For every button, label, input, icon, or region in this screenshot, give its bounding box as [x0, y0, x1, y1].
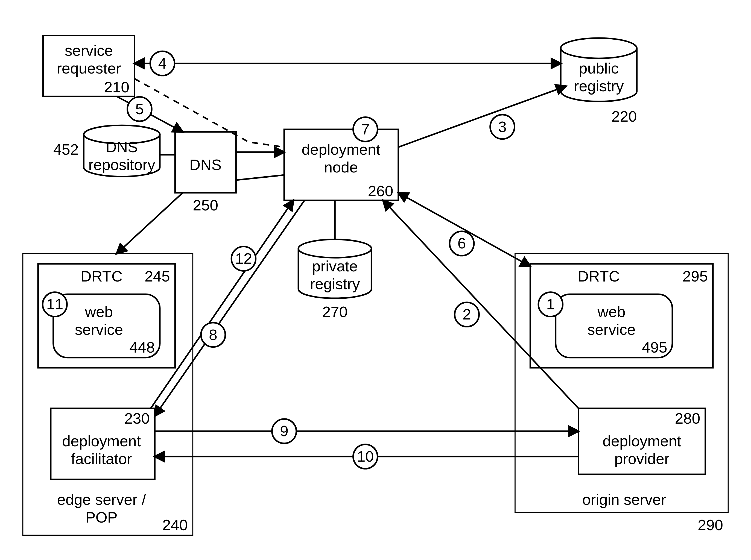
- ref-num: 240: [162, 517, 188, 534]
- svg-text:9: 9: [280, 422, 289, 439]
- step-11: 11: [43, 292, 67, 317]
- svg-text:7: 7: [361, 121, 370, 138]
- label: node: [324, 159, 358, 176]
- label: DRTC: [578, 268, 620, 285]
- label: public: [579, 60, 618, 77]
- step-10: 10: [353, 444, 378, 469]
- ref-num: 220: [611, 108, 637, 125]
- ref-num: 210: [104, 79, 129, 96]
- step-1: 1: [538, 292, 562, 317]
- label: deployment: [301, 141, 380, 158]
- label: DRTC: [80, 268, 122, 285]
- label: origin server: [582, 491, 666, 508]
- svg-point-1: [561, 38, 637, 58]
- step-2: 2: [455, 302, 479, 326]
- label: web: [597, 303, 626, 320]
- step-6: 6: [450, 231, 474, 256]
- ref-num: 452: [53, 141, 79, 158]
- step-12: 12: [231, 246, 256, 271]
- label: web: [85, 303, 113, 320]
- svg-text:6: 6: [458, 235, 466, 252]
- ref-num: 448: [129, 339, 155, 356]
- svg-text:10: 10: [357, 448, 374, 465]
- ref-num: 495: [642, 339, 667, 356]
- svg-text:4: 4: [158, 55, 166, 72]
- label: provider: [614, 451, 669, 467]
- label: private: [312, 258, 358, 275]
- ref-num: 230: [124, 410, 150, 427]
- node-dns-repository: DNS repository 452: [53, 125, 160, 176]
- ref-num: 245: [145, 268, 170, 285]
- node-deployment-provider: deployment provider 280: [578, 408, 705, 474]
- node-deployment-facilitator: deployment facilitator 230: [51, 408, 155, 479]
- node-private-registry: private registry 270: [298, 239, 371, 320]
- label: registry: [310, 276, 360, 293]
- step-8: 8: [201, 322, 225, 347]
- label: repository: [88, 156, 155, 173]
- svg-text:3: 3: [498, 118, 507, 135]
- edge-3: [398, 86, 566, 147]
- label: deployment: [602, 433, 681, 449]
- svg-text:5: 5: [135, 101, 144, 118]
- node-service-requester: service requester 210: [43, 36, 135, 97]
- svg-text:2: 2: [462, 306, 471, 323]
- label: service: [75, 321, 123, 338]
- node-deployment-node: deployment node 260: [284, 129, 398, 200]
- node-web-service-right: web service 495: [555, 294, 672, 358]
- svg-text:12: 12: [235, 250, 252, 267]
- ref-num: 260: [368, 183, 393, 200]
- label: DNS: [106, 139, 138, 156]
- edge-depnode-dns: [236, 175, 284, 180]
- label: deployment: [62, 433, 141, 449]
- step-5: 5: [127, 97, 152, 121]
- label: POP: [85, 509, 118, 526]
- step-9: 9: [272, 419, 296, 443]
- ref-num: 250: [193, 197, 218, 214]
- node-public-registry: public registry 220: [561, 38, 637, 125]
- label: service: [587, 321, 635, 338]
- label: facilitator: [71, 451, 132, 467]
- svg-text:8: 8: [209, 326, 217, 343]
- label: edge server /: [57, 491, 146, 508]
- architecture-diagram: service requester 210 public registry 22…: [0, 0, 751, 558]
- step-4: 4: [150, 51, 174, 76]
- step-3: 3: [490, 115, 515, 139]
- edge-dns-edge: [117, 193, 183, 254]
- label: registry: [574, 78, 624, 95]
- ref-num: 270: [322, 303, 348, 320]
- node-dns: DNS 250: [175, 132, 236, 214]
- ref-num: 280: [675, 410, 700, 427]
- label: requester: [57, 60, 121, 77]
- label: service: [65, 42, 113, 59]
- node-web-service-left: web service 448: [53, 294, 160, 358]
- step-7: 7: [353, 117, 378, 142]
- svg-point-5: [298, 239, 371, 258]
- ref-num: 290: [698, 517, 723, 534]
- svg-text:1: 1: [546, 296, 555, 313]
- ref-num: 295: [683, 268, 708, 285]
- svg-text:11: 11: [46, 296, 63, 313]
- label: DNS: [190, 156, 222, 173]
